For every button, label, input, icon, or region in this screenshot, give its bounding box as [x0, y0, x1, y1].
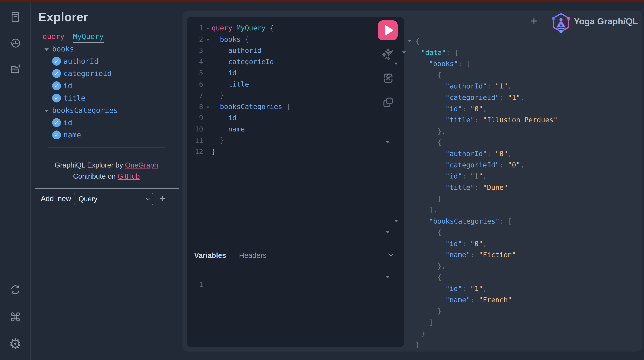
query-editor[interactable]: 1▾query MyQuery {2▾ books {3 authorId4 c…	[188, 23, 290, 157]
onegraph-link[interactable]: OneGraph	[125, 161, 158, 169]
editor-line: 1▾query MyQuery {	[188, 23, 290, 34]
code-text: id	[212, 114, 236, 122]
response-fold-icon[interactable]	[394, 63, 398, 65]
add-new-label: Add new	[41, 195, 71, 203]
field-checkbox[interactable]: ✓	[52, 57, 61, 66]
editor-line: 7 }	[188, 90, 290, 101]
response-fold-icon[interactable]	[386, 74, 390, 76]
add-tab-button[interactable]: +	[528, 14, 540, 28]
response-line: "title": "Dune"	[412, 182, 558, 193]
explorer-parent-row[interactable]: booksCategories	[44, 104, 178, 116]
explorer-field-row[interactable]: ✓id	[44, 116, 178, 129]
settings-icon[interactable]: ⚙	[8, 337, 22, 350]
response-line: "title": "Illusion Perdues"	[412, 114, 558, 126]
response-line: "authorId": "0",	[412, 148, 558, 159]
field-label: books	[52, 45, 74, 53]
response-text: "title": "Dune"	[446, 184, 508, 191]
github-link[interactable]: GitHub	[118, 172, 140, 180]
response-line: "books": [	[412, 58, 558, 69]
explorer-field-row[interactable]: ✓authorId	[44, 55, 178, 67]
response-line: {	[412, 227, 558, 238]
code-text: id	[212, 69, 236, 77]
yoga-hexagon-logo	[552, 12, 570, 34]
docs-icon[interactable]	[8, 10, 22, 24]
code-text: booksCategories {	[212, 103, 290, 111]
response-text: }	[438, 307, 442, 315]
explorer-field-row[interactable]: ✓categorieId	[44, 67, 178, 80]
response-fold-icon[interactable]	[386, 231, 390, 234]
response-text: "id": "0",	[446, 105, 487, 113]
response-text: {	[416, 37, 420, 45]
response-line: "id": "1",	[412, 170, 558, 182]
response-text: "authorId": "0",	[446, 150, 512, 157]
operation-signature: queryMyQuery	[42, 32, 104, 41]
field-checkbox[interactable]: ✓	[52, 130, 61, 139]
response-line: }	[412, 328, 558, 339]
response-fold-icon[interactable]	[408, 40, 411, 42]
field-checkbox[interactable]: ✓	[52, 94, 61, 102]
new-workspace-icon[interactable]	[8, 62, 22, 76]
explorer-field-row[interactable]: ✓title	[44, 92, 178, 104]
code-text: name	[212, 125, 245, 133]
line-number: 11	[188, 135, 203, 146]
line-number: 5	[188, 67, 203, 79]
response-text: "authorId": "1",	[446, 82, 512, 90]
response-line: "authorId": "1",	[412, 81, 558, 92]
collapse-chevron-icon[interactable]	[388, 253, 394, 258]
code-text: books {	[212, 35, 249, 43]
line-number: 12	[188, 146, 203, 157]
response-viewer: {"data": {"books": [{"authorId": "1","ca…	[412, 36, 558, 350]
app-title: Yoga GraphiQL	[574, 16, 638, 27]
operation-name-input[interactable]: MyQuery	[73, 32, 104, 43]
editor-line: 10 name	[188, 124, 290, 135]
shortcuts-icon[interactable]: ⌘	[8, 310, 22, 324]
copy-query-icon[interactable]	[382, 96, 394, 109]
response-line: }	[412, 305, 558, 317]
explorer-field-row[interactable]: ✓id	[44, 80, 178, 92]
caret-down-icon[interactable]	[44, 48, 49, 51]
explorer-title: Explorer	[38, 10, 88, 24]
prettify-icon[interactable]	[382, 48, 394, 61]
add-new-operation-button[interactable]: +	[157, 192, 168, 204]
response-line: "id": "1",	[412, 283, 558, 294]
field-checkbox[interactable]: ✓	[52, 81, 61, 90]
fold-caret-icon[interactable]: ▾	[204, 23, 212, 34]
response-fold-icon[interactable]	[394, 220, 398, 222]
fold-caret-icon[interactable]: ▾	[204, 34, 212, 46]
editor-line: 9 id	[188, 112, 290, 124]
app-background: { "colors": { "accent_pink": "#ec4f80", …	[0, 0, 644, 360]
response-text: {	[438, 228, 442, 236]
add-new-selected-value: Query	[74, 195, 146, 203]
response-line: "name": "Fiction"	[412, 249, 558, 261]
response-line: "name": "French"	[412, 294, 558, 306]
response-text: "title": "Illusion Perdues"	[446, 116, 558, 124]
execute-button[interactable]	[378, 20, 398, 40]
editor-line: 5 id	[188, 67, 290, 79]
response-text: },	[438, 127, 446, 135]
response-fold-icon[interactable]	[386, 276, 390, 278]
response-line: "booksCategories": [	[412, 216, 558, 227]
tab-headers[interactable]: Headers	[239, 251, 266, 260]
response-text: }	[438, 195, 442, 203]
response-text: "categorieId": "0",	[446, 161, 524, 169]
response-text: ]	[429, 318, 433, 326]
fold-caret-icon[interactable]: ▾	[204, 102, 212, 113]
tab-variables[interactable]: Variables	[194, 251, 226, 260]
response-fold-icon[interactable]	[386, 141, 390, 143]
add-new-operation-select[interactable]: Query	[74, 193, 153, 205]
refetch-schema-icon[interactable]	[8, 283, 22, 296]
sidebar-rail: ⌘ ⚙	[0, 2, 31, 360]
field-label: id	[64, 82, 72, 90]
field-label: categorieId	[64, 69, 112, 78]
field-checkbox[interactable]: ✓	[52, 118, 61, 127]
field-checkbox[interactable]: ✓	[52, 69, 61, 78]
response-line: "categorieId": "1",	[412, 92, 558, 103]
explorer-field-row[interactable]: ✓name	[44, 129, 178, 141]
play-icon	[378, 20, 398, 40]
response-fold-icon[interactable]	[402, 51, 406, 54]
response-text: }	[416, 341, 420, 349]
explorer-parent-row[interactable]: books	[44, 43, 178, 55]
caret-down-icon[interactable]	[44, 110, 49, 112]
code-text: }	[212, 91, 224, 99]
history-icon[interactable]	[8, 36, 22, 50]
